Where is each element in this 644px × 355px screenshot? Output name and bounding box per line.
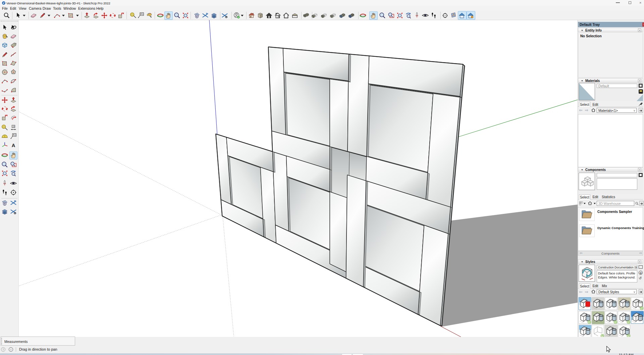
svg-text:A1: A1 xyxy=(13,133,16,136)
svg-text:15: 15 xyxy=(12,125,15,128)
svg-text:A: A xyxy=(12,143,15,148)
svg-text:A1: A1 xyxy=(140,12,143,15)
